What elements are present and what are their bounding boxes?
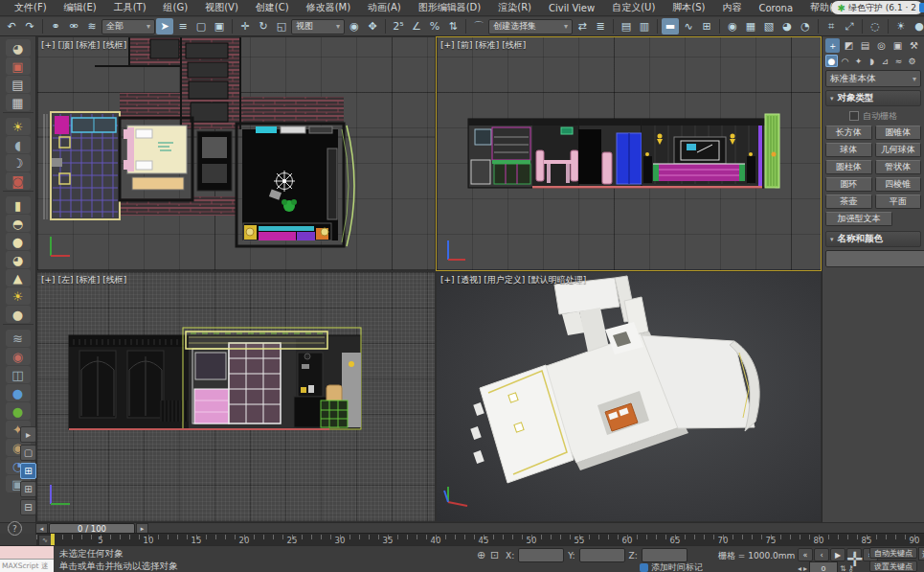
bind-spacewarp-icon[interactable]: ≋ xyxy=(83,18,101,34)
viewport-front-label[interactable]: [+] [前] [标准] [线框] xyxy=(440,39,526,52)
sphere-icon[interactable]: ● xyxy=(6,233,31,250)
snap-grids-icon[interactable]: ⌗ xyxy=(823,18,840,34)
menu-item[interactable]: 文件(F) xyxy=(6,1,56,14)
primitive-button[interactable]: 圆锥体 xyxy=(875,126,922,140)
maxscript-listener-pane[interactable]: MAXScript 迷 xyxy=(0,560,54,572)
menu-item[interactable]: 修改器(M) xyxy=(298,1,359,14)
track-bar[interactable]: ∿ 51015202530354045505560657075808590 xyxy=(36,533,924,545)
object-name-input[interactable] xyxy=(825,250,924,267)
reference-coordinate-dropdown[interactable]: 视图 xyxy=(291,19,345,34)
tab-utilities[interactable]: ⚒ xyxy=(907,38,921,53)
use-pivot-center-icon[interactable]: ◉ xyxy=(346,18,363,34)
primitive-category-dropdown[interactable]: 标准基本体 xyxy=(825,70,921,87)
select-manipulate-icon[interactable]: ✥ xyxy=(364,18,381,34)
render-iterative-icon[interactable]: ◔ xyxy=(797,18,814,34)
layout-tab-quad[interactable]: ⊞ xyxy=(20,463,36,479)
selection-region-circle-icon[interactable]: ◌ xyxy=(867,18,884,34)
material-editor-icon[interactable]: ◉ xyxy=(724,18,741,34)
camera-icon[interactable]: ◙ xyxy=(6,172,31,190)
frame-spinner-icon[interactable]: ⇅ xyxy=(840,564,846,572)
next-key-icon[interactable]: ▸ xyxy=(803,564,807,572)
window-crossing-icon[interactable]: ▣ xyxy=(211,18,228,34)
fish-icon[interactable]: ◖ xyxy=(6,136,31,153)
layout-tab-grid-b[interactable]: ⊞ xyxy=(20,481,36,497)
name-color-rollout[interactable]: 名称和颜色 xyxy=(825,231,921,247)
menu-item[interactable]: 脚本(S) xyxy=(664,1,713,14)
add-time-tag[interactable]: 添加时间标记 xyxy=(640,561,703,572)
selected-set-button[interactable]: 选 xyxy=(918,547,924,561)
cone-icon[interactable]: ▲ xyxy=(6,269,31,286)
light-create-icon[interactable]: ☀ xyxy=(892,18,910,34)
create-systems-icon[interactable]: ⚙ xyxy=(906,55,918,67)
percent-snap-icon[interactable]: % xyxy=(426,18,443,34)
unlink-icon[interactable]: ⚮ xyxy=(65,18,82,34)
select-by-name-icon[interactable]: ≡ xyxy=(174,18,192,34)
viewport-perspective[interactable]: [+] [透视] [用户定义] [默认明暗处理] xyxy=(436,271,822,522)
box-icon[interactable]: ▮ xyxy=(6,196,31,214)
render-production-icon[interactable]: ◕ xyxy=(778,18,796,34)
primitive-button[interactable]: 球体 xyxy=(825,143,872,157)
menu-item[interactable]: 视图(V) xyxy=(196,1,247,14)
snaps-toggle-icon[interactable]: 2⁵ xyxy=(390,18,407,34)
tab-hierarchy[interactable]: ▤ xyxy=(858,38,872,53)
create-lights-icon[interactable]: ✦ xyxy=(852,55,865,67)
ball-blue-icon[interactable]: ● xyxy=(6,384,31,401)
auto-key-button[interactable]: 自动关键点 xyxy=(869,547,917,559)
create-spacewarps-icon[interactable]: ≈ xyxy=(892,55,905,67)
playback-button[interactable]: ‹ xyxy=(814,548,829,561)
z-field[interactable] xyxy=(642,548,687,562)
mirror-icon[interactable]: ⇄ xyxy=(574,18,591,34)
playback-button[interactable]: « xyxy=(798,548,813,561)
selection-lock-icon[interactable]: ⊡ xyxy=(490,549,499,561)
curve-editor-icon[interactable]: ∿ xyxy=(680,18,697,34)
primitive-button[interactable]: 几何球体 xyxy=(875,143,922,157)
help-icon[interactable]: ? xyxy=(8,521,22,536)
viewport-perspective-label[interactable]: [+] [透视] [用户定义] [默认明暗处理] xyxy=(440,274,586,286)
selection-filter-dropdown[interactable]: 全部 xyxy=(101,19,155,34)
y-field[interactable] xyxy=(579,548,625,562)
select-link-icon[interactable]: ⚭ xyxy=(47,18,64,34)
projector-icon[interactable]: ◫ xyxy=(6,366,31,383)
toggle-ribbon-icon[interactable]: ▬ xyxy=(662,18,679,34)
menu-item[interactable]: 渲染(R) xyxy=(489,1,540,14)
create-shapes-icon[interactable]: ◠ xyxy=(839,55,851,67)
named-selection-sets-dropdown[interactable]: 创建选择集 xyxy=(488,19,573,34)
primitive-button[interactable]: 加强型文本 xyxy=(825,212,892,226)
teapot2-icon[interactable]: ◕ xyxy=(6,251,31,268)
object-type-rollout[interactable]: 对象类型 xyxy=(825,90,921,106)
maxscript-mini-listener[interactable]: MAXScript 迷 xyxy=(0,546,54,572)
menu-item[interactable]: Corona xyxy=(750,3,801,13)
rendered-frame-icon[interactable]: ▧ xyxy=(760,18,778,34)
viewport-top[interactable]: [+] [顶] [标准] [线框] xyxy=(36,36,436,271)
menu-item[interactable]: 图形编辑器(D) xyxy=(410,1,490,14)
tab-display[interactable]: ▣ xyxy=(890,38,905,53)
spinner-snap-icon[interactable]: ⇅ xyxy=(444,18,462,34)
notes-icon[interactable]: ▤ xyxy=(6,76,31,93)
primitive-button[interactable]: 圆柱体 xyxy=(825,160,872,174)
undo-icon[interactable]: ↶ xyxy=(3,18,20,34)
angle-snap-icon[interactable]: ∠ xyxy=(408,18,425,34)
moon-icon[interactable]: ☽ xyxy=(6,154,31,172)
dome-icon[interactable]: ◓ xyxy=(6,215,31,232)
layer-explorer-icon[interactable]: ▥ xyxy=(636,18,653,34)
create-helpers-icon[interactable]: ⊿ xyxy=(879,55,891,67)
teapot-icon[interactable]: ◕ xyxy=(6,39,31,57)
primitive-button[interactable]: 茶壶 xyxy=(825,194,872,209)
lamp-icon[interactable]: ☀ xyxy=(6,118,31,135)
menu-item[interactable]: 自定义(U) xyxy=(603,1,664,14)
viewport-top-label[interactable]: [+] [顶] [标准] [线框] xyxy=(41,39,126,52)
sphere-create-icon[interactable]: ● xyxy=(911,18,924,34)
maxscript-macro-pane[interactable] xyxy=(0,546,54,560)
menu-item[interactable]: Civil View xyxy=(540,3,603,13)
image-icon[interactable]: ▣ xyxy=(6,57,31,75)
layout-flyout-arrow[interactable]: ▸ xyxy=(20,426,36,443)
render-setup-icon[interactable]: ▦ xyxy=(742,18,759,34)
set-key-button[interactable]: 设置关键点 xyxy=(869,561,917,572)
menu-item[interactable]: 工具(T) xyxy=(105,1,155,14)
tab-modify[interactable]: ◩ xyxy=(842,38,856,53)
primitive-button[interactable]: 平面 xyxy=(875,194,922,209)
select-scale-icon[interactable]: ◱ xyxy=(273,18,290,34)
viewport-front[interactable]: [+] [前] [标准] [线框] xyxy=(436,36,822,271)
menu-item[interactable]: 编辑(E) xyxy=(56,1,105,14)
scene-explorer-icon[interactable]: ▤ xyxy=(618,18,635,34)
